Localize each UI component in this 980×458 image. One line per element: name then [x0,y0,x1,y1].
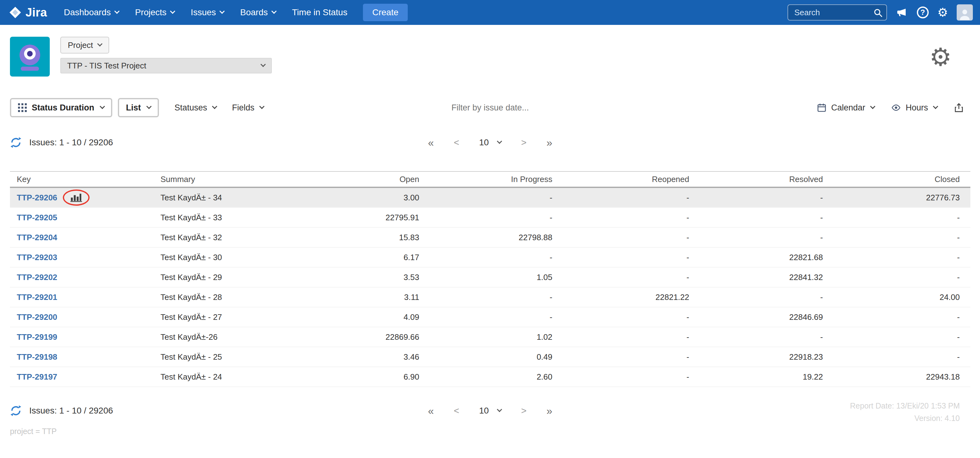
issue-key-link[interactable]: TTP-29205 [17,213,57,222]
reopened-cell: - [552,313,689,322]
view-mode-label: List [126,103,141,113]
page-size-select[interactable]: 10 [479,406,501,416]
refresh-icon[interactable] [10,137,22,148]
next-page-button[interactable]: > [521,138,527,147]
nav-item-issues[interactable]: Issues [183,0,232,25]
chevron-down-icon [497,407,502,412]
reopened-cell: - [552,253,689,262]
fields-label: Fields [232,103,255,113]
page-size-value: 10 [479,137,488,147]
closed-cell: 22776.73 [823,193,960,203]
table-row[interactable]: TTP-29206 Test KaydÄ± - 34 3.00 - - - 22… [10,188,970,208]
closed-cell: - [823,253,960,262]
key-cell: TTP-29198 [10,352,159,362]
prev-page-button[interactable]: < [454,406,459,415]
page-size-select[interactable]: 10 [479,137,501,147]
user-avatar[interactable] [957,4,973,21]
fields-dropdown[interactable]: Fields [232,103,264,113]
table-row[interactable]: TTP-29205 Test KaydÄ± - 33 22795.91 - - … [10,208,970,228]
report-version: Version: 4.10 [850,412,960,424]
project-header: Project TTP - TIS Test Project ⚙ [0,25,980,87]
resolved-cell: - [689,213,823,222]
resolved-cell: 22918.23 [689,352,823,362]
table-row[interactable]: TTP-29199 Test KaydÄ±-26 22869.66 1.02 -… [10,327,970,347]
pagination-top: « < 10 > » [428,137,552,148]
table-row[interactable]: TTP-29203 Test KaydÄ± - 30 6.17 - - 2282… [10,248,970,268]
grid-icon [18,103,27,112]
issue-summary: Test KaydÄ± - 25 [159,352,302,362]
nav-item-dashboards[interactable]: Dashboards [56,0,127,25]
column-header-resolved[interactable]: Resolved [689,174,823,184]
table-row[interactable]: TTP-29197 Test KaydÄ± - 24 6.90 2.60 - 1… [10,367,970,387]
resolved-cell: - [689,292,823,302]
project-type-button[interactable]: Project [60,37,109,54]
reopened-cell: - [552,332,689,342]
table-row[interactable]: TTP-29200 Test KaydÄ± - 27 4.09 - - 2284… [10,307,970,327]
closed-cell: 22943.18 [823,372,960,382]
issue-key-link[interactable]: TTP-29204 [17,233,57,243]
column-header-reopened[interactable]: Reopened [552,174,689,184]
issue-key-link[interactable]: TTP-29203 [17,253,57,262]
nav-item-boards[interactable]: Boards [232,0,284,25]
issue-key-link[interactable]: TTP-29206 [17,193,57,203]
prev-page-button[interactable]: < [454,138,459,147]
help-icon[interactable]: ? [917,6,929,18]
jira-logo[interactable]: Jira [9,6,47,19]
results-count: Issues: 1 - 10 / 29206 [29,406,113,416]
closed-cell: - [823,313,960,322]
search-input[interactable] [788,4,887,21]
table-row[interactable]: TTP-29204 Test KaydÄ± - 32 15.83 22798.8… [10,228,970,248]
chart-icon-annotation[interactable] [63,190,89,206]
nav-item-time-in-status[interactable]: Time in Status [284,0,355,25]
column-header-key[interactable]: Key [10,174,159,184]
nav-item-projects[interactable]: Projects [127,0,183,25]
page: Jira DashboardsProjectsIssuesBoardsTime … [0,0,980,458]
jira-logo-icon [9,6,22,19]
table-row[interactable]: TTP-29198 Test KaydÄ± - 25 3.46 0.49 - 2… [10,347,970,367]
first-page-button[interactable]: « [428,405,434,416]
table-row[interactable]: TTP-29201 Test KaydÄ± - 28 3.11 - 22821.… [10,287,970,307]
create-button[interactable]: Create [363,4,408,21]
time-unit-dropdown[interactable]: Hours [891,103,937,113]
calendar-dropdown[interactable]: Calendar [817,103,875,113]
last-page-button[interactable]: » [546,405,552,416]
statuses-dropdown[interactable]: Statuses [175,103,216,113]
reopened-cell: - [552,372,689,382]
issue-key-link[interactable]: TTP-29197 [17,372,57,382]
settings-gear-icon[interactable]: ⚙ [937,6,948,18]
chevron-down-icon [170,9,175,14]
open-cell: 3.11 [302,292,419,302]
search-icon[interactable] [873,8,883,18]
issue-key-link[interactable]: TTP-29198 [17,352,57,362]
calendar-label: Calendar [831,103,865,113]
export-icon[interactable] [954,102,964,113]
first-page-button[interactable]: « [428,137,434,148]
refresh-icon[interactable] [10,405,22,417]
chevron-down-icon [272,9,277,14]
report-type-button[interactable]: Status Duration [10,98,112,117]
column-header-in-progress[interactable]: In Progress [419,174,552,184]
chevron-down-icon [261,62,266,67]
next-page-button[interactable]: > [521,406,527,415]
issue-key-link[interactable]: TTP-29202 [17,273,57,282]
project-controls: Project TTP - TIS Test Project [60,37,970,73]
issue-date-filter[interactable]: Filter by issue date... [451,103,529,113]
issue-key-link[interactable]: TTP-29201 [17,292,57,302]
closed-cell: - [823,332,960,342]
issue-key-link[interactable]: TTP-29200 [17,313,57,322]
feedback-megaphone-icon[interactable] [896,7,908,18]
issue-key-link[interactable]: TTP-29199 [17,332,57,342]
column-header-closed[interactable]: Closed [823,174,960,184]
open-cell: 3.00 [302,193,419,203]
search-box [788,4,887,21]
project-select[interactable]: TTP - TIS Test Project [60,58,272,73]
last-page-button[interactable]: » [546,137,552,148]
report-settings-gear-icon[interactable]: ⚙ [929,45,952,70]
issue-summary: Test KaydÄ± - 24 [159,372,302,382]
nav-item-label: Issues [191,8,216,18]
table-row[interactable]: TTP-29202 Test KaydÄ± - 29 3.53 1.05 - 2… [10,268,970,287]
column-header-open[interactable]: Open [302,174,419,184]
reopened-cell: - [552,193,689,203]
column-header-summary[interactable]: Summary [159,174,302,184]
view-mode-button[interactable]: List [118,98,159,117]
